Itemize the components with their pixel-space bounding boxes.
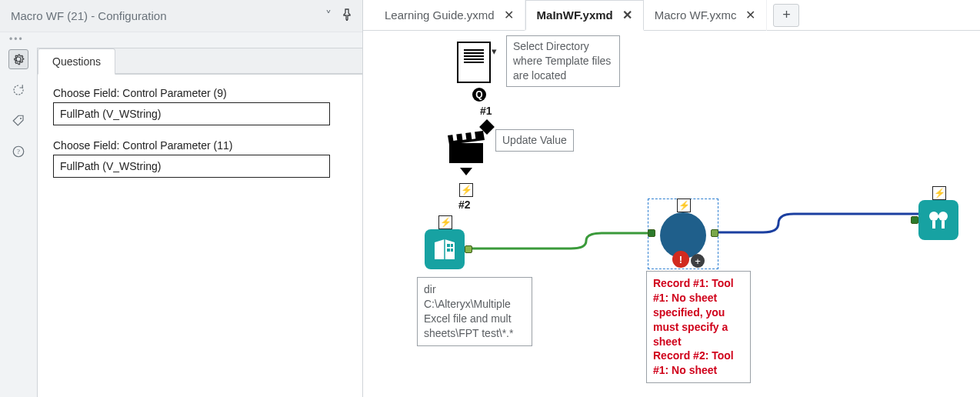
svg-rect-16 xyxy=(932,221,935,229)
q-anchor-icon: Q xyxy=(472,88,486,102)
bolt-icon: ⚡ xyxy=(932,186,946,200)
field-group-1: Choose Field: Control Parameter (11) xyxy=(53,139,347,178)
svg-text:?: ? xyxy=(17,148,20,155)
directory-tool-icon[interactable] xyxy=(425,229,465,269)
text-input-tool-icon[interactable]: ▾ xyxy=(457,42,491,83)
config-vertical-toolbar: ? xyxy=(0,45,37,397)
bolt-icon: ⚡ xyxy=(677,198,691,212)
action-tool-icon[interactable] xyxy=(446,131,486,166)
close-icon[interactable]: ✕ xyxy=(745,8,755,22)
tag-icon[interactable] xyxy=(8,111,28,131)
svg-rect-11 xyxy=(447,249,450,252)
field-label: Choose Field: Control Parameter (11) xyxy=(53,139,347,152)
tool-annotation: dir C:\Alteryx\Multiple Excel file and m… xyxy=(417,277,532,346)
bolt-icon: ⚡ xyxy=(459,183,473,197)
field-label: Choose Field: Control Parameter (9) xyxy=(53,87,347,99)
svg-rect-15 xyxy=(937,215,940,218)
config-panel-header: Macro WF (21) - Configuration ˅ xyxy=(0,0,362,32)
configuration-panel: Macro WF (21) - Configuration ˅ ••• ? Qu… xyxy=(0,0,363,397)
hash-label-2: #2 xyxy=(458,198,471,211)
workflow-canvas[interactable]: ▾ Select Directory where Template files … xyxy=(363,31,980,397)
plus-icon[interactable]: + xyxy=(691,254,705,268)
anchor-out-icon xyxy=(460,168,472,175)
bolt-icon: ⚡ xyxy=(438,215,452,229)
field-input-0[interactable] xyxy=(53,102,330,125)
doc-tab-label: Learning Guide.yxmd xyxy=(385,8,495,22)
doc-tab-0[interactable]: Learning Guide.yxmd ✕ xyxy=(374,0,525,31)
tool-annotation: Select Directory where Template files ar… xyxy=(506,35,620,87)
workflow-area: Learning Guide.yxmd ✕ MaInWF.yxmd ✕ Macr… xyxy=(363,0,980,397)
doc-tab-1[interactable]: MaInWF.yxmd ✕ xyxy=(525,0,644,31)
close-icon[interactable]: ✕ xyxy=(504,8,514,22)
overflow-dots-icon[interactable]: ••• xyxy=(0,32,362,45)
svg-point-0 xyxy=(20,118,22,119)
input-port[interactable] xyxy=(911,216,918,224)
svg-rect-3 xyxy=(449,143,483,163)
config-panel-title: Macro WF (21) - Configuration xyxy=(11,9,319,22)
svg-rect-10 xyxy=(451,244,453,247)
chevron-down-icon[interactable]: ˅ xyxy=(319,8,338,23)
connection-wire xyxy=(471,231,655,262)
connection-wire xyxy=(717,208,932,239)
gear-icon[interactable] xyxy=(8,49,28,69)
error-annotation: Record #1: Tool #1: No sheet specified, … xyxy=(646,271,751,383)
input-port[interactable] xyxy=(648,229,655,237)
config-content-area: Questions Choose Field: Control Paramete… xyxy=(37,48,362,397)
hash-label-1: #1 xyxy=(480,105,492,117)
doc-tab-label: Macro WF.yxmc xyxy=(655,8,737,22)
field-input-1[interactable] xyxy=(53,155,330,178)
tool-annotation: Update Value xyxy=(495,129,574,152)
help-icon[interactable]: ? xyxy=(8,142,28,162)
dropdown-caret-icon: ▾ xyxy=(492,45,497,57)
error-icon: ! xyxy=(672,251,689,268)
tab-questions[interactable]: Questions xyxy=(38,48,115,75)
doc-tab-2[interactable]: Macro WF.yxmc ✕ xyxy=(644,0,768,31)
doc-tab-label: MaInWF.yxmd xyxy=(537,8,613,22)
refresh-icon[interactable] xyxy=(8,80,28,100)
field-group-0: Choose Field: Control Parameter (9) xyxy=(53,87,347,125)
document-tab-strip: Learning Guide.yxmd ✕ MaInWF.yxmd ✕ Macr… xyxy=(363,0,980,31)
browse-tool-icon[interactable] xyxy=(918,200,958,240)
new-tab-button[interactable]: + xyxy=(773,4,799,27)
svg-rect-12 xyxy=(451,249,453,252)
svg-rect-9 xyxy=(447,244,450,247)
close-icon[interactable]: ✕ xyxy=(622,8,632,22)
svg-rect-17 xyxy=(942,221,945,229)
pin-icon[interactable] xyxy=(338,8,356,24)
